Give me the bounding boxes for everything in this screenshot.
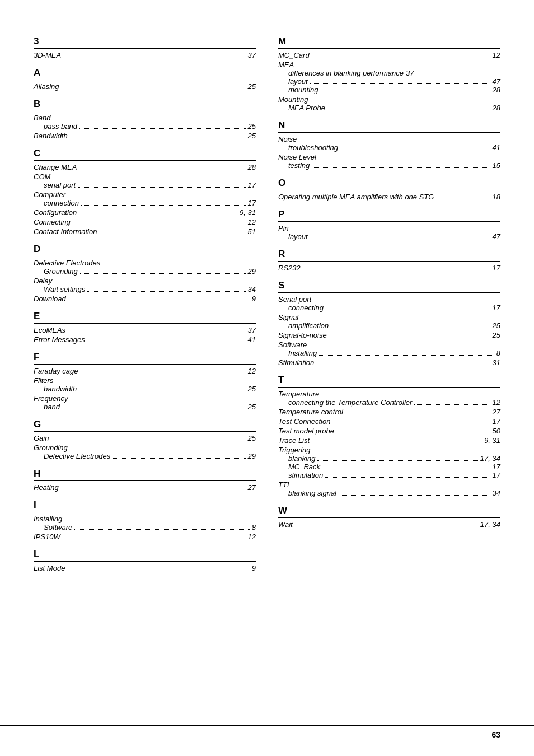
entry-term: Faraday cage <box>34 367 78 375</box>
entry-term: Installing <box>34 515 62 523</box>
entry-main-row: Serial port <box>278 295 500 304</box>
sub-entry-term: MEA Probe <box>288 104 325 112</box>
sub-entry-page: 41 <box>493 143 500 152</box>
entry-main-row: Contact Information51 <box>34 227 256 236</box>
sub-entry-dots <box>322 469 490 469</box>
sub-entry-term: layout <box>288 232 308 241</box>
entry-page: 37 <box>248 51 256 59</box>
entry-main-row: Grounding <box>34 444 256 452</box>
section-letter-l: L <box>34 549 256 562</box>
sub-entry-page: 25 <box>248 385 256 393</box>
sub-entry-term: mounting <box>288 86 318 94</box>
entry-main-row: Defective Electrodes <box>34 259 256 267</box>
index-entry: Error Messages41 <box>34 335 256 344</box>
sub-entry: Wait settings34 <box>34 285 256 293</box>
entry-term: Contact Information <box>34 227 97 236</box>
entry-main-row: MC_Card12 <box>278 51 500 59</box>
entry-term: Mounting <box>278 95 308 104</box>
section-letter-m: M <box>278 36 500 49</box>
section-letter-f: F <box>34 352 256 365</box>
entry-term: Serial port <box>278 295 311 304</box>
sub-entry-page: 47 <box>493 77 500 86</box>
sub-entry: Defective Electrodes29 <box>34 452 256 460</box>
sub-entry-term: bandwidth <box>44 385 77 393</box>
entry-page: 18 <box>493 193 500 201</box>
index-entry: Bandpass band25 <box>34 114 256 130</box>
left-column: 33D-MEA37AAliasing25BBandpass band25Band… <box>34 28 256 573</box>
entry-term: Configuration <box>34 208 77 217</box>
sub-entry-page: 15 <box>493 161 500 170</box>
entry-main-row: RS23217 <box>278 264 500 272</box>
index-entry: Serial portconnecting17 <box>278 295 500 312</box>
entry-term: RS232 <box>278 264 301 272</box>
entry-page: 12 <box>248 367 256 375</box>
entry-page: 25 <box>493 331 500 339</box>
entry-term: Operating multiple MEA amplifiers with o… <box>278 193 434 201</box>
sub-entry-term: Grounding <box>44 267 78 276</box>
index-entry: Download9 <box>34 295 256 303</box>
index-entry: DelayWait settings34 <box>34 277 256 293</box>
sub-entry: pass band25 <box>34 122 256 130</box>
section-letter-3: 3 <box>34 36 256 49</box>
sub-entry-dots <box>79 128 246 129</box>
entry-main-row: 3D-MEA37 <box>34 51 256 59</box>
index-columns: 33D-MEA37AAliasing25BBandpass band25Band… <box>34 28 500 573</box>
entry-term: Trace List <box>278 436 310 445</box>
sub-entry-page: 17 <box>493 304 500 312</box>
section-letter-c: C <box>34 148 256 161</box>
sub-entry: band25 <box>34 403 256 411</box>
entry-main-row: Signal <box>278 313 500 321</box>
sub-entry-dots <box>113 458 245 459</box>
entry-term: Connecting <box>34 218 71 226</box>
entry-page: 25 <box>248 434 256 442</box>
entry-main-row: TTL <box>278 480 500 489</box>
sub-entry-term: layout <box>288 77 308 86</box>
sub-entry-term: connection <box>44 199 79 207</box>
index-entry: Contact Information51 <box>34 227 256 236</box>
sub-entry-dots <box>310 83 490 84</box>
entry-main-row: Filters <box>34 376 256 385</box>
entry-main-row: Operating multiple MEA amplifiers with o… <box>278 193 500 201</box>
entry-page: 27 <box>493 408 500 416</box>
index-entry: Frequencyband25 <box>34 394 256 411</box>
entry-page: 37 <box>248 326 256 334</box>
entry-page: 12 <box>493 51 500 59</box>
sub-entry: connecting17 <box>278 304 500 312</box>
entry-main-row: Signal-to-noise25 <box>278 331 500 339</box>
sub-entry-term: testing <box>288 161 310 170</box>
section-letter-h: H <box>34 468 256 481</box>
entry-page: 51 <box>248 227 256 236</box>
entry-page: 17 <box>493 264 500 272</box>
entry-main-row: Change MEA28 <box>34 163 256 171</box>
sub-entry-page: 29 <box>248 267 256 276</box>
index-entry: Filtersbandwidth25 <box>34 376 256 393</box>
section-letter-e: E <box>34 311 256 324</box>
sub-entry-dots <box>331 328 490 328</box>
entry-term: TTL <box>278 480 291 489</box>
sub-entry-dots <box>81 205 246 206</box>
entry-term: Noise <box>278 135 297 143</box>
sub-entry-dots <box>87 291 245 292</box>
entry-main-row: List Mode9 <box>34 564 256 572</box>
entry-term: Grounding <box>34 444 68 452</box>
entry-main-row: Mounting <box>278 95 500 104</box>
index-entry: Configuration9, 31 <box>34 208 256 217</box>
sub-entry-term: connecting the Temperature Controller <box>288 398 412 407</box>
index-entry: SoftwareInstalling8 <box>278 340 500 357</box>
sub-entry-dots <box>80 273 246 274</box>
entry-main-row: Error Messages41 <box>34 335 256 344</box>
section-letter-t: T <box>278 375 500 388</box>
entry-main-row: Delay <box>34 277 256 285</box>
index-entry: Test Connection17 <box>278 417 500 426</box>
sub-entry-page: 25 <box>493 321 500 330</box>
sub-entry-page: 25 <box>248 122 256 130</box>
sub-entry-page: 17 <box>493 463 500 471</box>
entry-term: 3D-MEA <box>34 51 61 59</box>
sub-entry-term: amplification <box>288 321 329 330</box>
sub-entry: bandwidth25 <box>34 385 256 393</box>
sub-entry-dots <box>312 167 490 168</box>
index-entry: Bandwidth25 <box>34 132 256 140</box>
sub-entry-page: 28 <box>493 104 500 112</box>
sub-entry-page: 17 <box>248 181 256 189</box>
index-entry: MEAdifferences in blanking performance37… <box>278 60 500 94</box>
